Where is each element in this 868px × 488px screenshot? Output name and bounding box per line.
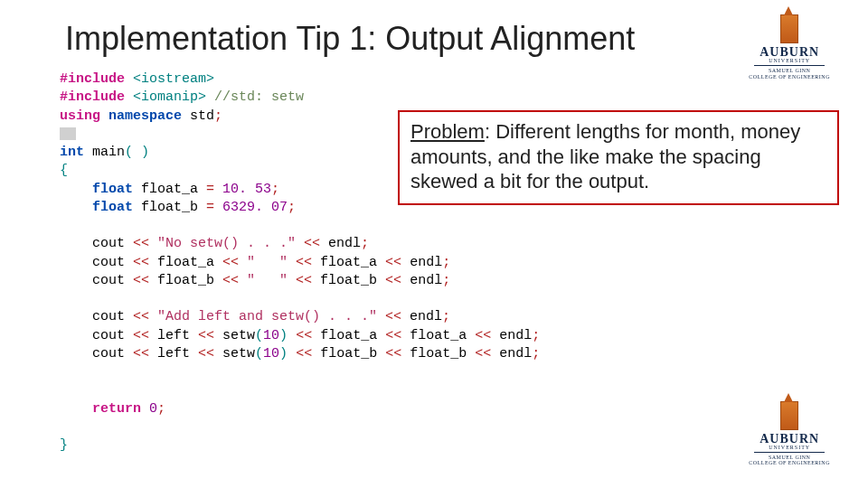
tower-icon bbox=[780, 401, 798, 430]
problem-label: Problem bbox=[410, 120, 485, 143]
problem-callout: Problem: Different lengths for month, mo… bbox=[398, 110, 839, 205]
auburn-logo-top: AUBURN UNIVERSITY SAMUEL GINN COLLEGE OF… bbox=[749, 14, 830, 80]
cursor-block bbox=[60, 127, 76, 140]
slide-title: Implementation Tip 1: Output Alignment bbox=[65, 20, 635, 58]
auburn-logo-bottom: AUBURN UNIVERSITY SAMUEL GINN COLLEGE OF… bbox=[749, 401, 830, 466]
slide: Implementation Tip 1: Output Alignment A… bbox=[0, 0, 868, 488]
tower-icon bbox=[780, 14, 798, 43]
